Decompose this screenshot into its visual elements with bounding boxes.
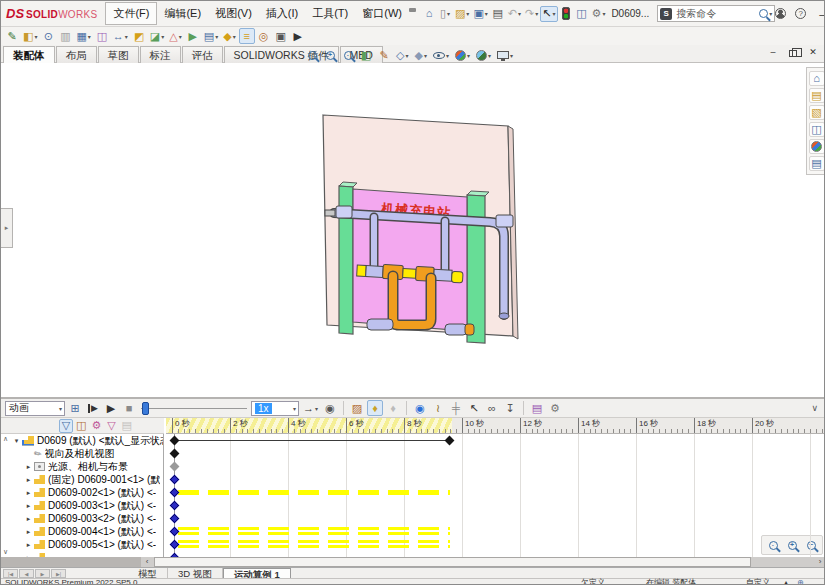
chevron-down-icon[interactable]: ▾ [602,10,605,17]
zoom-to-fit-icon[interactable] [304,47,320,63]
timeline-row[interactable] [166,434,825,447]
performance-pipeline-icon[interactable] [558,6,574,22]
study-type-dropdown[interactable]: 动画 ▾ [5,401,65,416]
contact-icon[interactable]: ∞ [484,400,500,416]
motor-icon[interactable]: ◉ [412,400,428,416]
filter-none-icon[interactable]: ▽ [59,419,73,433]
tree-item[interactable]: ▸D0609-003<1> (默认) <- [1,499,164,512]
solidworks-resources-icon[interactable]: ⌂ [809,71,825,86]
timeline-row[interactable] [166,499,825,512]
key-diamond[interactable] [170,475,180,485]
key-diamond[interactable] [170,514,180,524]
customize-button[interactable]: 自定义 [746,579,770,585]
calculate-icon[interactable]: ⊞ [67,400,83,416]
filter-driving-icon[interactable]: ⚙ [89,419,103,433]
collapse-motionmanager-icon[interactable]: ∨ [811,403,822,413]
tab-nav-next-icon[interactable]: ▶ [35,569,50,578]
chevron-down-icon[interactable]: ▾ [161,33,164,40]
duration-bar[interactable] [175,440,449,441]
menu-item[interactable]: 编辑(E) [157,3,208,24]
save-animation-icon[interactable]: ◉ [322,400,338,416]
slider-thumb[interactable] [142,402,149,415]
home-icon[interactable]: ⌂ [421,6,437,22]
filter-selected-icon[interactable]: ▽ [104,419,118,433]
tab-nav-first-icon[interactable]: |◀ [3,569,18,578]
tree-item[interactable]: ▸D0609-004<1> (默认) <- [1,525,164,538]
tab-nav-last-icon[interactable]: ▶| [51,569,66,578]
menu-item[interactable]: 窗口(W) [355,3,409,24]
graphics-viewport[interactable]: 机械充电站 [1,63,825,397]
key-diamond[interactable] [170,462,180,472]
doc-restore-button[interactable] [789,50,797,57]
search-command-box[interactable]: S 搜索命令 ▾ [657,5,775,22]
chevron-down-icon[interactable]: ▾ [179,33,182,40]
account-icon[interactable] [775,8,786,19]
play-icon[interactable]: ▶ [103,400,119,416]
search-input[interactable]: 搜索命令 [676,7,759,21]
move-component-icon[interactable]: ↔▾ [111,28,130,44]
chevron-down-icon[interactable]: ▾ [510,52,513,59]
expand-arrow-icon[interactable]: ▸ [24,476,33,484]
chevron-down-icon[interactable]: ▾ [315,405,318,412]
animation-wizard-icon[interactable]: ▨ [349,400,365,416]
tree-item[interactable]: ▸D0609-002<1> (默认) <- [1,486,164,499]
section-view-icon[interactable]: ◧ [358,47,374,63]
design-library-icon[interactable]: ▤ [809,88,825,103]
timeline-area[interactable] [166,434,825,557]
chevron-down-icon[interactable]: ▾ [34,33,37,40]
expand-arrow-icon[interactable]: ▸ [24,489,33,497]
insert-components-icon[interactable]: ◧▾ [21,28,39,44]
play-icon[interactable]: ▶ [290,28,306,44]
menu-item[interactable]: 视图(V) [208,3,259,24]
scroll-right-icon[interactable]: › [814,557,825,567]
timeline-row[interactable] [166,486,825,499]
expand-arrow-icon[interactable]: ▸ [24,463,33,471]
smart-fasteners-icon[interactable]: ◫ [94,28,110,44]
tab-评估[interactable]: 评估 [182,46,223,63]
mate-icon[interactable]: ⊙ [40,28,56,44]
change-bar[interactable] [178,490,450,495]
change-bar[interactable] [178,545,450,548]
file-explorer-icon[interactable]: ▧ [809,105,825,120]
hide-show-items-icon[interactable]: ▾ [431,47,451,63]
chevron-down-icon[interactable]: ▾ [446,52,449,59]
tab-草图[interactable]: 草图 [98,46,139,63]
damper-icon[interactable]: ╪ [448,400,464,416]
linear-component-pattern-icon[interactable]: ▦▾ [74,28,92,44]
view-palette-icon[interactable]: ◫ [809,122,825,137]
timeline-ruler[interactable]: 0 秒2 秒4 秒6 秒8 秒10 秒12 秒14 秒16 秒18 秒20 秒 [166,418,825,434]
doc-tab-运动算例 1[interactable]: 运动算例 1 [223,568,291,579]
globe-icon[interactable]: ⊕ [797,579,804,585]
custom-properties-icon[interactable]: ▤ [809,156,825,171]
display-style-icon[interactable]: ◆▾ [412,47,428,63]
view-orientation-icon[interactable]: ◇▾ [394,47,410,63]
chevron-down-icon[interactable]: ▾ [424,52,427,59]
edit-appearance-icon[interactable]: ▾ [453,47,472,63]
apply-scene-icon[interactable]: ▾ [474,47,493,63]
end-key-diamond[interactable] [445,436,455,446]
exploded-view-icon[interactable]: ◆▾ [221,28,237,44]
expand-arrow-icon[interactable]: ▸ [24,541,33,549]
chevron-down-icon[interactable]: ▾ [233,33,236,40]
open-icon[interactable]: ▨▾ [453,6,471,22]
horizontal-scrollbar[interactable]: ‹ › [1,557,825,567]
new-motion-study-icon[interactable]: ▶ [185,28,201,44]
minimize-button[interactable]: – [815,8,825,20]
chevron-down-icon[interactable]: ▾ [447,10,450,17]
timeline-row[interactable] [166,473,825,486]
view-settings-icon[interactable]: ▾ [495,47,515,63]
component-preview-icon[interactable]: ▥ [57,28,73,44]
filter-animated-icon[interactable]: ◫ [74,419,88,433]
search-caret-icon[interactable]: ▾ [769,10,772,17]
large-design-review-icon[interactable]: ◎ [256,28,272,44]
key-diamond[interactable] [170,436,180,446]
doc-tab-模型[interactable]: 模型 [128,568,168,579]
expand-arrow-icon[interactable]: ▸ [24,528,33,536]
tree-item[interactable]: ✎视向及相机视图 [1,447,164,460]
results-and-plots-icon[interactable]: ▤ [529,400,545,416]
timeline-row[interactable] [166,525,825,538]
spring-icon[interactable]: ≀ [430,400,446,416]
change-bar[interactable] [178,527,450,530]
timeline-row[interactable] [166,447,825,460]
doc-tab-3D 视图[interactable]: 3D 视图 [168,568,223,579]
